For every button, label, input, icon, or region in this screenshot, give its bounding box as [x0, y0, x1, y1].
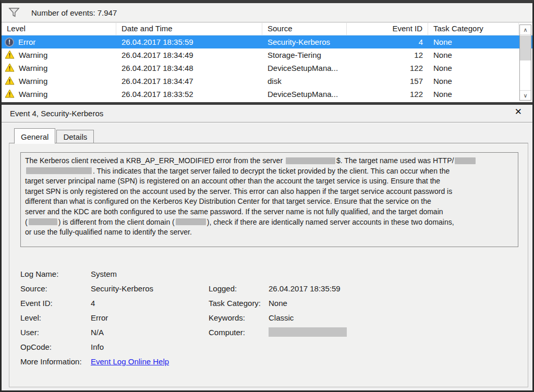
- level-label: Warning: [19, 51, 47, 59]
- cell-source: disk: [262, 77, 347, 85]
- cell-event-id: 122: [347, 64, 428, 72]
- field-label: Event ID:: [20, 299, 91, 308]
- cell-level: !Warning: [2, 50, 116, 60]
- description-line: target SPN is only registered on the acc…: [25, 187, 514, 197]
- svg-text:!: !: [9, 79, 10, 84]
- table-row[interactable]: !Warning26.04.2017 18:34:48DeviceSetupMa…: [2, 62, 532, 75]
- table-header-row: LevelDate and TimeSourceEvent IDTask Cat…: [2, 23, 532, 35]
- redacted-text: [176, 218, 206, 225]
- table-row[interactable]: !Warning26.04.2017 18:34:47disk157None: [2, 75, 532, 88]
- scrollbar-thumb[interactable]: [520, 35, 531, 60]
- event-viewer-window: Number of events: 7.947 LevelDate and Ti…: [0, 0, 534, 392]
- field-row: Level:Error: [20, 310, 108, 325]
- description-line: () is different from the client domain (…: [25, 217, 514, 228]
- field-row: User:N/A: [20, 325, 104, 339]
- description-line: . This indicates that the target server …: [25, 166, 514, 177]
- cell-task-category: None: [428, 38, 519, 46]
- table-row[interactable]: !Warning26.04.2017 18:34:49Storage-Tieri…: [2, 48, 532, 62]
- error-icon: !: [5, 38, 14, 47]
- tab-general[interactable]: General: [14, 128, 55, 144]
- field-value: 4: [91, 299, 95, 308]
- field-row: Event ID:4: [20, 296, 95, 310]
- cell-level: !Error: [2, 38, 116, 47]
- scroll-up-button[interactable]: ∧: [520, 25, 531, 35]
- cell-date: 26.04.2017 18:34:49: [116, 51, 262, 59]
- field-label: Level:: [20, 313, 91, 322]
- svg-text:!: !: [9, 92, 10, 97]
- level-label: Warning: [19, 77, 47, 85]
- field-label: More Information:: [20, 357, 91, 366]
- field-value: Security-Kerberos: [91, 284, 153, 293]
- tab-details[interactable]: Details: [56, 130, 94, 143]
- field-label: Source:: [20, 284, 91, 293]
- cell-date: 26.04.2017 18:34:47: [116, 77, 262, 85]
- field-value: Error: [91, 313, 108, 322]
- filter-icon: [8, 7, 20, 18]
- field-value: None: [269, 299, 287, 308]
- cell-level: !Warning: [2, 76, 116, 87]
- table-row[interactable]: !Warning26.04.2017 18:33:52DeviceSetupMa…: [2, 88, 532, 101]
- chevron-down-icon: ∨: [523, 93, 527, 99]
- field-label: Keywords:: [209, 313, 269, 322]
- level-label: Warning: [19, 90, 47, 99]
- field-value: Info: [91, 342, 104, 351]
- detail-tabs: GeneralDetails: [14, 128, 95, 143]
- event-detail-header: Event 4, Security-Kerberos ✕: [2, 105, 532, 122]
- close-icon[interactable]: ✕: [515, 107, 522, 116]
- event-count-label: Number of events: 7.947: [31, 8, 117, 17]
- table-row[interactable]: !Error26.04.2017 18:35:59Security-Kerber…: [2, 35, 532, 48]
- cell-event-id: 12: [347, 51, 428, 59]
- cell-date: 26.04.2017 18:35:59: [116, 38, 262, 46]
- header-divider: [2, 122, 532, 123]
- field-value: System: [91, 270, 117, 278]
- cell-event-id: 4: [347, 38, 428, 46]
- field-row: Task Category:None: [209, 296, 287, 310]
- cell-source: DeviceSetupMana...: [262, 64, 347, 72]
- field-label: Logged:: [209, 284, 269, 293]
- warning-icon: !: [5, 50, 15, 60]
- vertical-scrollbar[interactable]: ∧ ∨: [519, 24, 531, 101]
- field-value: Classic: [269, 313, 294, 322]
- level-label: Warning: [19, 64, 47, 72]
- cell-level: !Warning: [2, 63, 116, 74]
- description-line: or use the fully-qualified name to ident…: [25, 227, 514, 238]
- redacted-text: [26, 167, 92, 174]
- field-row: More Information:Event Log Online Help: [20, 354, 169, 369]
- event-description-box[interactable]: The Kerberos client received a KRB_AP_ER…: [20, 152, 518, 247]
- svg-text:!: !: [9, 53, 10, 58]
- field-label: Log Name:: [20, 270, 91, 278]
- field-row: Keywords:Classic: [209, 310, 294, 325]
- column-header-source[interactable]: Source: [262, 23, 347, 35]
- column-header-level[interactable]: Level: [2, 23, 116, 35]
- scroll-down-button[interactable]: ∨: [520, 90, 531, 100]
- field-label: User:: [20, 328, 91, 337]
- general-tab-page: The Kerberos client received a KRB_AP_ER…: [9, 143, 528, 387]
- event-log-online-help-link[interactable]: Event Log Online Help: [91, 357, 169, 366]
- field-row: Source:Security-Kerberos: [20, 281, 153, 296]
- column-header-date-and-time[interactable]: Date and Time: [116, 23, 262, 35]
- description-line: different than what is configured on the…: [25, 197, 514, 207]
- description-line: target server principal name (SPN) is re…: [25, 176, 514, 187]
- field-value: 26.04.2017 18:35:59: [269, 284, 341, 293]
- redacted-value: [269, 327, 347, 337]
- column-header-task-category[interactable]: Task Category: [428, 23, 519, 35]
- cell-task-category: None: [428, 77, 519, 85]
- level-label: Error: [18, 38, 35, 46]
- column-header-event-id[interactable]: Event ID: [347, 23, 428, 35]
- cell-task-category: None: [428, 64, 519, 72]
- field-label: Computer:: [209, 328, 269, 337]
- description-line: server and the KDC are both configured t…: [25, 207, 514, 217]
- redacted-text: [286, 157, 335, 164]
- cell-date: 26.04.2017 18:33:52: [116, 90, 262, 99]
- warning-icon: !: [5, 89, 15, 100]
- field-label: OpCode:: [20, 342, 91, 351]
- cell-event-id: 157: [347, 77, 428, 85]
- cell-source: DeviceSetupMana...: [262, 90, 347, 99]
- warning-icon: !: [5, 63, 15, 74]
- event-detail-title: Event 4, Security-Kerberos: [10, 109, 103, 118]
- cell-level: !Warning: [2, 89, 116, 100]
- field-row: Log Name:System: [20, 266, 117, 281]
- description-line: The Kerberos client received a KRB_AP_ER…: [25, 156, 514, 166]
- cell-source: Security-Kerberos: [262, 38, 347, 46]
- field-label: Task Category:: [209, 299, 269, 308]
